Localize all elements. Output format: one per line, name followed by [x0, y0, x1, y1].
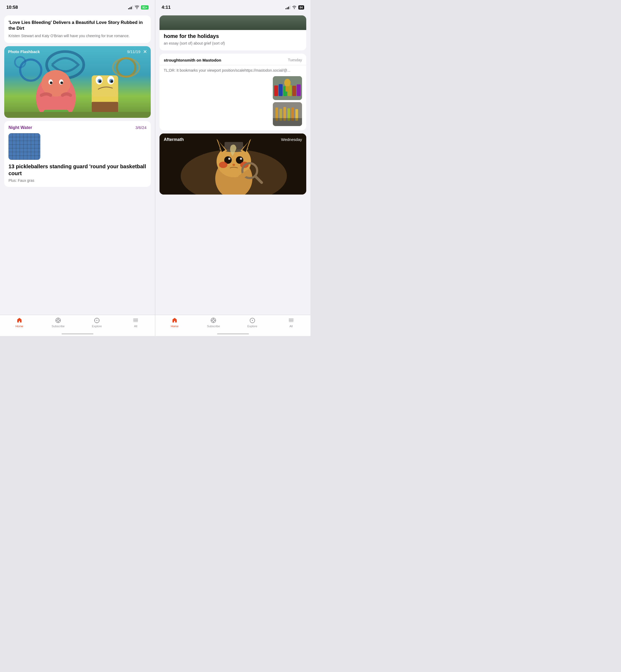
night-water-header: Night Water 3/6/24: [8, 125, 147, 130]
svg-point-40: [284, 79, 291, 87]
aftermath-day: Wednesday: [281, 137, 302, 142]
flashback-image-container: Photo Flashback 9/11/19 ✕: [4, 46, 151, 118]
mastodon-image-1: [273, 76, 302, 100]
home-icon-right: [171, 317, 178, 324]
svg-rect-41: [286, 86, 289, 92]
status-icons-right: 84: [286, 5, 304, 10]
tab-subscribe-left[interactable]: Subscribe: [39, 317, 78, 328]
svg-point-10: [50, 81, 52, 84]
right-phone-panel: 4:11 84 home for the holida: [155, 0, 310, 336]
home-indicator-left: [61, 333, 93, 334]
svg-point-19: [99, 80, 101, 83]
status-time-right: 4:11: [162, 5, 171, 10]
tab-explore-label-right: Explore: [247, 325, 257, 328]
photo-flashback-card[interactable]: Photo Flashback 9/11/19 ✕: [4, 46, 151, 118]
wifi-icon-right: [292, 5, 297, 10]
aftermath-label: Aftermath: [164, 137, 184, 142]
svg-rect-22: [4, 112, 151, 118]
svg-point-11: [60, 81, 63, 84]
flashback-date: 9/11/19: [127, 49, 140, 54]
status-time-left: 10:58: [6, 5, 18, 10]
holidays-card[interactable]: home for the holidays an essay (sort of)…: [160, 15, 306, 50]
tab-subscribe-right[interactable]: Subscribe: [194, 317, 233, 328]
article-title-left: 'Love Lies Bleeding' Delivers a Beautifu…: [8, 19, 147, 31]
subscribe-icon-left: [55, 317, 61, 324]
right-scroll-content[interactable]: home for the holidays an essay (sort of)…: [155, 13, 310, 336]
svg-point-65: [219, 162, 227, 168]
svg-point-75: [252, 320, 253, 321]
tab-explore-left[interactable]: Explore: [78, 317, 116, 328]
tab-home-left[interactable]: Home: [0, 317, 39, 328]
svg-point-29: [96, 320, 97, 321]
night-water-thumbnail: [8, 133, 40, 160]
home-icon-left: [16, 317, 23, 324]
svg-point-70: [212, 319, 214, 322]
svg-rect-49: [273, 118, 302, 126]
status-bar-right: 4:11 84: [155, 0, 310, 13]
night-water-section-date: 3/6/24: [135, 125, 147, 130]
svg-rect-34: [274, 85, 278, 96]
all-icon-right: [288, 317, 294, 324]
mastodon-author: stroughtonsmith on Mastodon: [164, 58, 221, 62]
holidays-body: home for the holidays an essay (sort of)…: [160, 30, 306, 50]
mastodon-card[interactable]: stroughtonsmith on Mastodon Tuesday TL;D…: [160, 54, 306, 131]
article-card-left[interactable]: 'Love Lies Bleeding' Delivers a Beautifu…: [4, 15, 151, 43]
night-water-card[interactable]: Night Water 3/6/24 13 pickleballers stan…: [4, 121, 151, 187]
tab-subscribe-label-right: Subscribe: [207, 325, 220, 328]
explore-icon-left: [94, 317, 100, 324]
tab-subscribe-label-left: Subscribe: [52, 325, 65, 328]
signal-icon-right: [286, 6, 290, 9]
holidays-title: home for the holidays: [164, 33, 302, 39]
explore-icon-right: [249, 317, 256, 324]
svg-rect-14: [91, 75, 118, 97]
holidays-subtitle: an essay (sort of) about grief (sort of): [164, 41, 302, 46]
mastodon-header: stroughtonsmith on Mastodon Tuesday: [164, 58, 302, 62]
home-indicator-right: [217, 333, 249, 334]
mastodon-day: Tuesday: [288, 58, 302, 62]
tab-bar-right: Home Subscribe Explore: [155, 315, 310, 336]
status-icons-left: 91+: [128, 5, 149, 10]
flashback-label: Photo Flashback: [8, 49, 40, 54]
tab-all-right[interactable]: All: [272, 317, 310, 328]
night-water-article-title: 13 pickleballers standing guard 'round y…: [8, 163, 147, 177]
mastodon-images: [164, 76, 302, 126]
svg-rect-35: [279, 84, 283, 96]
tab-explore-label-left: Explore: [92, 325, 101, 328]
tab-bar-left: Home Subscribe Explore: [0, 315, 155, 336]
battery-left: 91+: [141, 5, 149, 9]
left-scroll-content[interactable]: 'Love Lies Bleeding' Delivers a Beautifu…: [0, 13, 155, 336]
tab-all-label-right: All: [290, 325, 293, 328]
wifi-icon-left: [134, 5, 139, 10]
tab-home-right[interactable]: Home: [155, 317, 194, 328]
holidays-top-image: [160, 15, 306, 30]
svg-point-24: [57, 319, 59, 322]
flashback-header: Photo Flashback 9/11/19 ✕: [4, 46, 151, 57]
article-subtitle-left: Kristen Stewart and Katy O'Brian will ha…: [8, 34, 147, 39]
tab-explore-right[interactable]: Explore: [233, 317, 272, 328]
night-water-section-title: Night Water: [8, 125, 32, 130]
signal-icon-left: [128, 6, 133, 9]
svg-rect-39: [297, 84, 301, 96]
subscribe-icon-right: [210, 317, 216, 324]
flashback-close-button[interactable]: ✕: [143, 49, 147, 55]
left-phone-panel: 10:58 91+ 'Love Lies Bleeding' D: [0, 0, 155, 336]
mastodon-text: TL;DR: It bookmarks your viewport positi…: [164, 68, 302, 73]
tab-home-label-right: Home: [171, 325, 178, 328]
night-water-article-sub: Plus: Faux gras: [8, 178, 147, 182]
tab-all-left[interactable]: All: [116, 317, 155, 328]
aftermath-card[interactable]: Aftermath Wednesday: [160, 133, 306, 195]
status-bar-left: 10:58 91+: [0, 0, 155, 13]
tab-home-label-left: Home: [15, 325, 23, 328]
svg-point-3: [117, 58, 135, 77]
svg-rect-38: [292, 86, 296, 96]
svg-point-20: [111, 80, 113, 83]
mastodon-image-2: [273, 102, 302, 126]
tab-all-label-left: All: [134, 325, 137, 328]
svg-point-0: [20, 59, 41, 81]
all-icon-left: [132, 317, 139, 324]
svg-point-62: [228, 158, 230, 160]
svg-point-64: [233, 164, 235, 166]
svg-point-63: [240, 158, 242, 160]
aftermath-overlay: Aftermath Wednesday: [160, 133, 306, 146]
battery-right: 84: [298, 5, 304, 9]
